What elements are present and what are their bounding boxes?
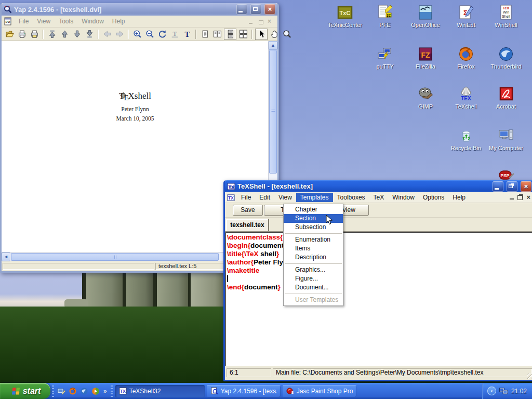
menu-item-graphics[interactable]: Graphics... — [284, 265, 343, 274]
yap-menu-file[interactable]: File — [15, 17, 32, 26]
firefox-quicklaunch-icon[interactable] — [67, 385, 78, 397]
scroll-left-button[interactable]: ◄ — [2, 252, 10, 261]
taskbar-button-texshell32[interactable]: TXTeXShell32 — [115, 385, 205, 397]
menu-item-chapter[interactable]: Chapter — [284, 205, 343, 214]
desktop-icon-filezilla[interactable]: FZFileZilla — [406, 46, 445, 70]
menu-item-document[interactable]: Document... — [284, 283, 343, 292]
texshell-editor[interactable]: \documentclass{\begin{document}\title{\T… — [225, 232, 532, 366]
thunderbird-quicklaunch-icon[interactable] — [78, 385, 90, 397]
texshell-menu-view[interactable]: View — [274, 193, 296, 202]
network-tray-icon[interactable] — [499, 387, 508, 395]
desktop-icon-gimp[interactable]: GIMP — [406, 86, 445, 110]
menu-item-subsection[interactable]: Subsection — [284, 223, 343, 232]
mdi-minimize-icon[interactable] — [510, 198, 514, 200]
text-mode-icon[interactable]: T — [181, 29, 193, 40]
texshell-menu-toolboxes[interactable]: Toolboxes — [333, 193, 369, 202]
desktop-icon-acrobat[interactable]: Acrobat — [486, 86, 526, 110]
mdi-close-icon[interactable]: × — [526, 194, 530, 201]
zoom-out-icon[interactable] — [144, 29, 155, 40]
facing-page-icon[interactable] — [211, 29, 223, 40]
back-icon[interactable] — [101, 29, 113, 40]
menu-item-enumeration[interactable]: Enumeration — [284, 235, 343, 244]
taskbar-button-yap[interactable]: Yap 2.4.1596 - [texs... — [207, 385, 281, 397]
minimize-button[interactable] — [236, 4, 247, 15]
scrollbar-thumb[interactable] — [11, 253, 219, 261]
media-player-icon[interactable] — [90, 385, 101, 397]
texshell-menu-tex[interactable]: TeX — [369, 193, 389, 202]
first-page-icon[interactable] — [46, 29, 58, 40]
desktop-icon-texshell[interactable]: TEXTeXshell — [446, 86, 486, 110]
forward-icon[interactable] — [114, 29, 125, 40]
tab-texshell-tex[interactable]: texshell.tex — [226, 219, 269, 231]
desktop-icon-pfe[interactable]: 32PFE — [365, 4, 405, 28]
texshell-menu-options[interactable]: Options — [419, 193, 448, 202]
desktop-icon-mycomputer[interactable]: My Computer — [486, 127, 526, 151]
texshell-mdi-controls[interactable]: × — [510, 194, 532, 201]
show-desktop-icon[interactable] — [56, 385, 67, 397]
hand-tool-icon[interactable] — [269, 29, 280, 40]
ruler-icon[interactable]: T — [169, 29, 180, 40]
print-preview-icon[interactable] — [29, 29, 40, 40]
select-tool-icon[interactable] — [255, 29, 268, 40]
mdi-restore-icon[interactable] — [517, 195, 523, 200]
refresh-icon[interactable] — [156, 29, 168, 40]
desktop-icon-winshell[interactable]: TeXWinShellWinShell — [486, 4, 526, 28]
close-button[interactable]: × — [521, 181, 531, 192]
texshell-menu-templates[interactable]: Templates — [296, 193, 333, 202]
mdi-restore-icon[interactable] — [258, 19, 264, 24]
yap-mdi-controls[interactable]: × — [248, 19, 275, 24]
zoom-in-icon[interactable] — [131, 29, 143, 40]
taskband-handle[interactable] — [111, 385, 113, 397]
winedt-icon: Σ — [458, 4, 474, 21]
close-button[interactable]: × — [264, 4, 275, 15]
mdi-minimize-icon[interactable] — [248, 19, 255, 24]
dvi-doc-icon[interactable]: DVI — [4, 17, 12, 25]
scrollbar-thumb[interactable] — [269, 50, 277, 174]
desktop-icon-label: Firefox — [446, 63, 486, 70]
menu-item-items[interactable]: Items — [284, 244, 343, 253]
yap-menu-tools[interactable]: Tools — [55, 17, 77, 26]
texshell-menu-window[interactable]: Window — [388, 193, 419, 202]
texshell-titlebar[interactable]: TX TeXShell - [texshell.tex] × — [225, 180, 532, 192]
desktop-icon-thunderbird[interactable]: Thunderbird — [486, 46, 526, 70]
mouse-cursor — [326, 215, 332, 225]
print-icon[interactable] — [16, 29, 28, 40]
taskbar-button-psp[interactable]: 8Jasc Paint Shop Pro — [283, 385, 356, 397]
quicklaunch-overflow-chevron[interactable]: » — [101, 388, 109, 395]
yap-menu-view[interactable]: View — [33, 17, 54, 26]
single-page-icon[interactable] — [199, 29, 210, 40]
last-page-icon[interactable] — [84, 29, 95, 40]
yap-menu-window[interactable]: Window — [78, 17, 108, 26]
resize-grip[interactable] — [527, 373, 532, 379]
menu-item-section[interactable]: Section — [284, 214, 343, 223]
scroll-up-button[interactable]: ▲ — [269, 41, 277, 50]
yap-menu-help[interactable]: Help — [109, 17, 129, 26]
hide-icons-chevron[interactable]: ‹ — [487, 387, 496, 395]
yap-titlebar[interactable]: Yap 2.4.1596 - [texshell.dvi] × — [2, 3, 277, 16]
continuous-page-icon[interactable] — [224, 29, 236, 40]
start-button[interactable]: start — [0, 383, 50, 399]
mdi-close-icon[interactable]: × — [268, 19, 274, 24]
desktop-icon-texniccenter[interactable]: TxCTeXnicCenter — [325, 4, 365, 28]
next-page-icon[interactable] — [71, 29, 83, 40]
menu-item-description[interactable]: Description — [284, 253, 343, 262]
desktop-icon-recyclebin[interactable]: Recycle Bin — [446, 127, 486, 151]
quicklaunch-handle[interactable] — [52, 385, 54, 397]
magnifier-tool-icon[interactable] — [281, 29, 292, 40]
desktop-icon-putty[interactable]: puTTY — [365, 46, 405, 70]
desktop-icon-firefox[interactable]: Firefox — [446, 46, 486, 70]
texshell-menu-edit[interactable]: Edit — [255, 193, 274, 202]
desktop-icon-winedt[interactable]: ΣWinEdt — [446, 4, 486, 28]
open-icon[interactable] — [4, 29, 15, 40]
texshell-doc-icon[interactable]: TX — [227, 194, 235, 201]
save-button[interactable]: Save — [233, 205, 263, 216]
texshell-menu-help[interactable]: Help — [448, 193, 470, 202]
continuous-facing-icon[interactable] — [237, 29, 249, 40]
maximize-button[interactable] — [250, 4, 261, 15]
menu-item-figure[interactable]: Figure... — [284, 274, 343, 283]
prev-page-icon[interactable] — [59, 29, 70, 40]
desktop-icon-openoffice[interactable]: OpenOffice — [406, 4, 445, 28]
minimize-button[interactable] — [493, 181, 503, 192]
texshell-menu-file[interactable]: File — [237, 193, 255, 202]
restore-button[interactable] — [507, 181, 517, 192]
